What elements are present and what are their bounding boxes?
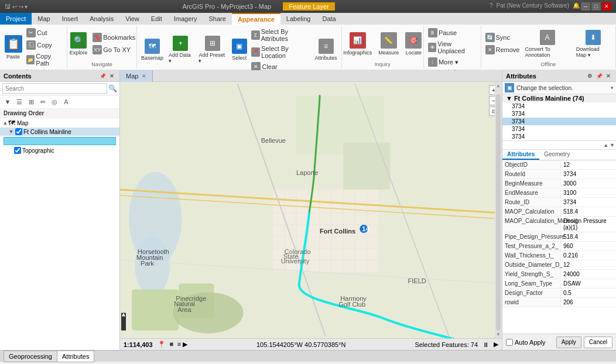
attr-options-button[interactable]: ⚙	[586, 72, 594, 80]
attr-pin-button[interactable]: 📌	[595, 72, 603, 80]
remove-button[interactable]: ✕ Remove	[484, 44, 522, 56]
measure-icon: 📏	[381, 32, 397, 49]
tab-appearance[interactable]: Appearance	[232, 13, 280, 25]
add-data-button[interactable]: + Add Data ▾	[166, 34, 195, 66]
measure-button[interactable]: 📏 Measure	[375, 30, 402, 57]
explore-button[interactable]: 🔍 Explore	[67, 30, 91, 57]
copy-button[interactable]: ⿺ Copy	[25, 39, 64, 51]
infographics-button[interactable]: 📊 Infographics	[340, 30, 375, 57]
map-tab[interactable]: Map ✕	[120, 70, 153, 82]
attr-key-rowid: rowid	[502, 298, 561, 307]
paste-button[interactable]: 📋 Paste	[2, 33, 24, 61]
attr-key-routeid2: Route_ID	[502, 198, 561, 207]
table-tool[interactable]: ⊞	[26, 97, 36, 107]
svg-rect-3	[132, 289, 179, 330]
attr-val-beginmeasure: 3000	[561, 179, 616, 188]
copy-path-icon: 📁	[26, 55, 35, 64]
attributes-tab[interactable]: Attributes	[57, 351, 94, 362]
basemap-button[interactable]: 🗺 Basemap	[139, 37, 165, 63]
tab-attributes[interactable]: Attributes	[502, 150, 539, 160]
attributes-button[interactable]: ≡ Attributes	[313, 37, 338, 63]
geoprocessing-tab[interactable]: Geoprocessing	[4, 351, 57, 362]
tab-insert[interactable]: Insert	[56, 13, 84, 25]
locate-button[interactable]: 🎯 Locate	[402, 30, 425, 57]
cut-button[interactable]: ✂ Cut	[25, 27, 64, 39]
copy-path-button[interactable]: 📁 Copy Path	[25, 51, 64, 68]
user-help-icon[interactable]: ?	[490, 2, 493, 11]
locate-icon: 🎯	[405, 32, 422, 49]
inquiry-label: Inquiry	[375, 60, 391, 67]
attr-close-button[interactable]: ✕	[604, 72, 612, 80]
attr-record-2[interactable]: 3734	[502, 118, 616, 125]
bookmarks-button[interactable]: 🔖 Bookmarks	[91, 32, 137, 43]
edit-tool[interactable]: ✏	[37, 97, 48, 107]
view-unplaced-button[interactable]: 👁 View Unplaced	[426, 39, 478, 56]
topo-checkbox[interactable]	[14, 147, 21, 154]
style-tool[interactable]: ◎	[49, 97, 60, 107]
goto-xy-icon: XY	[93, 45, 102, 54]
goto-xy-button[interactable]: XY Go To XY	[91, 44, 137, 56]
infographics-icon: 📊	[350, 32, 366, 49]
tab-analysis[interactable]: Analysis	[84, 13, 119, 25]
map-canvas[interactable]: Bellevue Laporte Fort Collins Colorado S…	[120, 82, 502, 338]
convert-annotation-button[interactable]: A Convert To Annotation	[522, 28, 572, 60]
tab-map[interactable]: Map	[32, 13, 56, 25]
label-tool[interactable]: A	[61, 97, 71, 107]
auto-apply-checkbox[interactable]	[506, 339, 513, 346]
tab-labeling[interactable]: Labeling	[280, 13, 317, 25]
title-bar-controls[interactable]: ? Pat (New Century Software) 🔔 ─ □ ✕	[490, 2, 611, 11]
title-bar-left: 🖫 ↩ ↪ ▾	[5, 4, 28, 10]
search-input[interactable]	[2, 83, 107, 94]
attr-group-expand: ▼	[506, 95, 512, 102]
layer-checkbox[interactable]	[15, 128, 22, 135]
download-map-button[interactable]: ⬇ Download Map ▾	[573, 28, 613, 60]
attr-record-0[interactable]: 3734	[502, 102, 616, 110]
tab-view[interactable]: View	[119, 13, 145, 25]
attr-val-endmeasure: 3100	[561, 188, 616, 197]
cancel-button[interactable]: Cancel	[584, 336, 612, 348]
attr-record-3[interactable]: 3734	[502, 125, 616, 133]
scroll-up-icon[interactable]: ▲	[603, 142, 608, 148]
attr-key-maop: MAOP_Calculation	[502, 207, 561, 216]
svg-text:University: University	[281, 257, 310, 265]
attr-row-longseam: Long_Seam_Type DSAW	[502, 279, 616, 289]
pin-button[interactable]: 📌	[98, 72, 107, 80]
select-by-attr-button[interactable]: Σ Select By Attributes	[249, 27, 312, 43]
auto-apply-label[interactable]: Auto Apply	[506, 339, 546, 346]
vertical-scrollbar[interactable]: ▲ ▼	[495, 82, 502, 338]
sync-button[interactable]: 🔄 Sync	[484, 32, 522, 43]
select-button[interactable]: ▣ Select	[230, 37, 249, 63]
apply-button[interactable]: Apply	[556, 336, 581, 348]
list-tool[interactable]: ☰	[14, 97, 25, 107]
tab-data[interactable]: Data	[316, 13, 341, 25]
attr-selector[interactable]: ▣ Change the selection. ▾	[502, 82, 616, 94]
attr-group-header[interactable]: ▼ Ft Collins Mainline (74)	[502, 94, 616, 102]
pause-button[interactable]: ⏸ Pause	[426, 27, 478, 39]
panel-close-button[interactable]: ✕	[108, 72, 116, 80]
tree-item-map[interactable]: ▲ 🗺 Map	[0, 118, 119, 128]
filter-tool[interactable]: ▼	[2, 97, 13, 107]
attr-row-endmeasure: EndMeasure 3100	[502, 188, 616, 198]
maximize-button[interactable]: □	[591, 2, 601, 11]
search-icon[interactable]: 🔍	[108, 84, 117, 92]
tree-item-layer[interactable]: ▼ Ft Collins Mainline	[0, 128, 119, 136]
select-by-loc-button[interactable]: 📍 Select By Location	[249, 44, 312, 60]
add-preset-button[interactable]: ⊞ Add Preset ▾	[196, 34, 229, 66]
tree-item-topo[interactable]: Topographic	[0, 146, 119, 154]
tab-geometry[interactable]: Geometry	[539, 150, 574, 160]
map-tab-close[interactable]: ✕	[142, 73, 146, 79]
cut-icon: ✂	[26, 28, 36, 37]
attr-key-routeid: RouteId	[502, 170, 561, 178]
notification-icon[interactable]: 🔔	[573, 2, 580, 11]
tab-project[interactable]: Project	[0, 13, 32, 25]
minimize-button[interactable]: ─	[581, 2, 590, 11]
close-button[interactable]: ✕	[602, 2, 611, 11]
drawing-order-label: Drawing Order	[0, 109, 119, 118]
attr-record-1[interactable]: 3734	[502, 110, 616, 118]
tab-imagery[interactable]: Imagery	[168, 13, 203, 25]
scroll-down-icon[interactable]: ▼	[610, 142, 615, 148]
attr-record-4[interactable]: 3734	[502, 133, 616, 140]
more-button[interactable]: ⋮ More ▾	[426, 56, 478, 68]
tab-edit[interactable]: Edit	[145, 13, 168, 25]
tab-share[interactable]: Share	[203, 13, 232, 25]
